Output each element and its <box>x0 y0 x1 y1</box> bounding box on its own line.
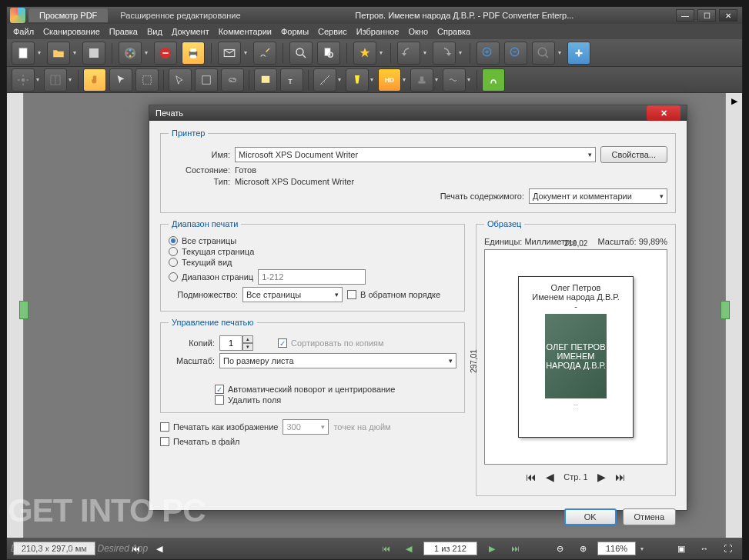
preview-cover-icon: ОЛЕГ ПЕТРОВИМЕНЕМ НАРОДА Д.В.Р. <box>545 314 607 398</box>
ok-button[interactable]: OK <box>564 508 617 525</box>
fit-page-icon[interactable]: ▣ <box>673 540 690 557</box>
page-first-icon[interactable]: ⏮ <box>377 540 394 557</box>
window-split-icon[interactable] <box>44 68 67 92</box>
text-icon[interactable]: T <box>280 68 303 92</box>
preview-first-icon[interactable]: ⏮ <box>526 471 537 483</box>
content-select[interactable]: Документ и комментарии <box>529 188 667 204</box>
preview-last-icon[interactable]: ⏭ <box>615 471 626 483</box>
content-label: Печать содержимого: <box>440 192 524 201</box>
note-icon[interactable] <box>254 68 277 92</box>
color-icon[interactable] <box>119 42 142 65</box>
range-all-radio[interactable]: Все страницы <box>169 236 456 245</box>
scale-select[interactable]: По размеру листа <box>219 353 456 368</box>
search-icon[interactable] <box>289 42 313 65</box>
nav-first-icon[interactable]: ⏮ <box>128 540 145 557</box>
stop-icon[interactable] <box>154 42 177 65</box>
menu-comments[interactable]: Комментарии <box>219 27 272 36</box>
nuance-icon[interactable] <box>482 68 505 92</box>
color-dropdown[interactable]: ▾ <box>143 49 149 56</box>
fit-width-icon[interactable]: ↔ <box>696 540 713 557</box>
favorite-dropdown[interactable]: ▾ <box>378 49 384 56</box>
snapshot-icon[interactable] <box>169 68 192 92</box>
ruler-tab-right-icon[interactable] <box>721 301 730 319</box>
as-image-check[interactable]: Печатать как изображение <box>160 422 278 432</box>
printer-select[interactable]: Microsoft XPS Document Writer <box>235 147 596 162</box>
tab-advanced-edit[interactable]: Расширенное редактирование <box>109 8 251 22</box>
add-icon[interactable] <box>567 42 590 65</box>
zoom-in-icon[interactable] <box>476 42 500 65</box>
autorotate-check[interactable]: Автоматический поворот и центрирование <box>215 385 456 394</box>
menu-forms[interactable]: Формы <box>281 27 309 36</box>
zoom-dropdown-status[interactable]: ▾ <box>639 545 645 552</box>
crop-icon[interactable] <box>195 68 218 92</box>
zoom-input[interactable] <box>597 542 636 555</box>
zoom-in-status-icon[interactable]: ⊕ <box>574 540 591 557</box>
print-icon[interactable] <box>182 42 205 65</box>
menu-favorites[interactable]: Избранное <box>356 27 400 36</box>
open-file-icon[interactable] <box>47 42 70 65</box>
range-view-radio[interactable]: Текущий вид <box>169 258 456 267</box>
menu-window[interactable]: Окно <box>408 27 428 36</box>
dialog-close-button[interactable]: ✕ <box>647 105 680 121</box>
select-icon[interactable] <box>135 68 159 92</box>
page-number-input[interactable] <box>423 542 477 555</box>
minimize-button[interactable]: — <box>676 9 694 22</box>
search-doc-icon[interactable] <box>317 42 340 65</box>
pointer-icon[interactable] <box>109 68 132 92</box>
zoom-fit-icon[interactable] <box>532 42 555 65</box>
new-file-dropdown[interactable]: ▾ <box>36 49 42 56</box>
undo-icon[interactable] <box>397 42 420 65</box>
scroll-right-icon[interactable]: ▶ <box>726 93 742 109</box>
hd-icon[interactable]: HD <box>378 68 401 92</box>
measure-icon[interactable] <box>313 68 336 92</box>
menu-view[interactable]: Вид <box>147 27 162 36</box>
gear-icon[interactable] <box>12 68 35 92</box>
save-icon[interactable] <box>82 42 105 65</box>
favorite-icon[interactable] <box>353 42 376 65</box>
preview-next-icon[interactable]: ▶ <box>597 471 606 483</box>
menu-document[interactable]: Документ <box>172 27 209 36</box>
zoom-dropdown[interactable]: ▾ <box>557 49 563 56</box>
mail-dropdown[interactable]: ▾ <box>242 49 249 56</box>
menu-edit[interactable]: Правка <box>109 27 138 36</box>
new-file-icon[interactable] <box>12 42 35 65</box>
squiggle-icon[interactable] <box>443 68 466 92</box>
link-icon[interactable] <box>221 68 244 92</box>
cancel-button[interactable]: Отмена <box>623 508 676 525</box>
svg-point-18 <box>538 48 547 56</box>
properties-button[interactable]: Свойства... <box>600 146 667 163</box>
page-last-icon[interactable]: ⏭ <box>507 540 523 557</box>
range-current-radio[interactable]: Текущая страница <box>169 247 456 256</box>
close-button[interactable]: ✕ <box>719 9 737 22</box>
maximize-button[interactable]: ☐ <box>697 9 716 22</box>
menu-file[interactable]: Файл <box>13 27 34 36</box>
nav-prev-icon[interactable]: ◀ <box>151 540 168 557</box>
range-pages-radio[interactable]: Диапазон страниц <box>169 272 253 282</box>
hand-tool-icon[interactable] <box>83 68 106 92</box>
open-dropdown[interactable]: ▾ <box>72 49 78 56</box>
zoom-out-status-icon[interactable]: ⊖ <box>551 540 568 557</box>
zoom-out-icon[interactable] <box>504 42 527 65</box>
subset-select[interactable]: Все страницы <box>242 287 343 302</box>
ruler-tab-left-icon[interactable] <box>19 301 28 319</box>
undo-dropdown[interactable]: ▾ <box>422 49 428 56</box>
reverse-check[interactable]: В обратном порядке <box>347 290 440 299</box>
page-next-icon[interactable]: ▶ <box>483 540 500 557</box>
menu-scan[interactable]: Сканирование <box>43 27 100 36</box>
preview-prev-icon[interactable]: ◀ <box>546 471 554 483</box>
page-prev-icon[interactable]: ◀ <box>400 540 417 557</box>
remove-margins-check[interactable]: Удалить поля <box>215 395 456 405</box>
copies-spinner[interactable]: ▴▾ <box>219 335 253 351</box>
fullscreen-icon[interactable]: ⛶ <box>719 540 736 557</box>
to-file-check[interactable]: Печатать в файл <box>160 437 465 446</box>
menu-service[interactable]: Сервис <box>318 27 347 36</box>
stamp-icon[interactable] <box>410 68 433 92</box>
redo-dropdown[interactable]: ▾ <box>457 49 463 56</box>
mail-icon[interactable] <box>218 42 241 65</box>
sign-icon[interactable] <box>253 42 276 65</box>
redo-icon[interactable] <box>433 42 456 65</box>
menu-help[interactable]: Справка <box>437 27 470 36</box>
tab-view-pdf[interactable]: Просмотр PDF <box>28 8 108 22</box>
highlight-tool-icon[interactable] <box>346 68 369 92</box>
range-pages-input[interactable] <box>258 269 366 285</box>
